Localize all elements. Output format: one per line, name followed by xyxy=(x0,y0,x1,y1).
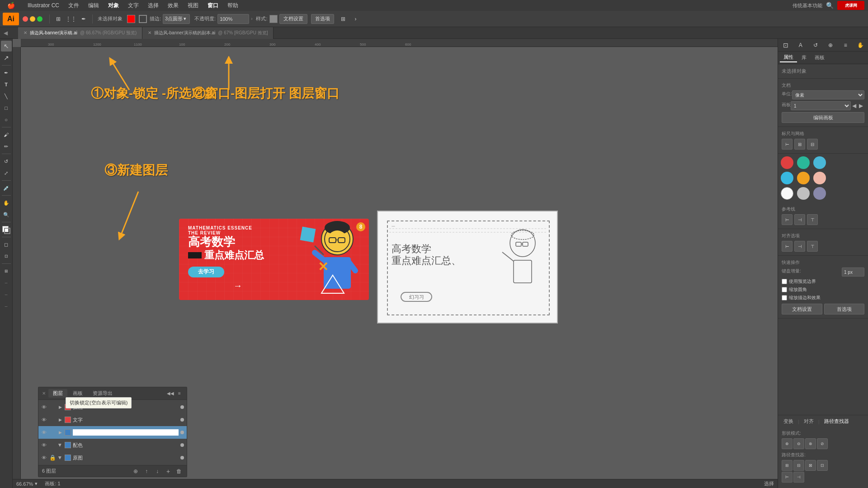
menu-view[interactable]: 视图 xyxy=(184,1,202,10)
layer-expand-editing[interactable]: ▶ xyxy=(57,430,63,435)
rpanel-scale-effects-cb[interactable] xyxy=(782,295,787,300)
arrange-icon2[interactable]: ⊞ xyxy=(338,14,349,24)
pf-divide-btn[interactable]: ⊞ xyxy=(782,460,793,471)
pf-merge-btn[interactable]: ⊠ xyxy=(805,460,816,471)
zoom-control[interactable]: 66.67% ▾ xyxy=(16,481,38,487)
pen-tool[interactable]: ✒ xyxy=(1,67,12,78)
preferences-btn[interactable]: 首选项 xyxy=(311,14,334,24)
rpanel-unit-select[interactable]: 像素 xyxy=(792,90,864,99)
hand-tool[interactable]: ✋ xyxy=(1,197,12,208)
menu-illustrator[interactable]: Illustrator CC xyxy=(24,1,63,9)
layer-lock-colors[interactable] xyxy=(49,442,56,448)
color-swatch-teal[interactable] xyxy=(797,156,810,169)
rpanel-tab-props[interactable]: 属性 xyxy=(780,53,797,62)
panel-tab-layers[interactable]: 图层 xyxy=(48,389,67,398)
rpanel-icon-2[interactable]: A xyxy=(795,40,806,51)
color-swatch-peach[interactable] xyxy=(813,172,826,184)
toolbar-pen-icon[interactable]: ✒ xyxy=(78,14,89,24)
apple-menu[interactable]: 🍎 xyxy=(4,1,19,10)
layer-expand-text[interactable]: ▶ xyxy=(57,417,63,422)
menu-effects[interactable]: 效果 xyxy=(164,1,182,10)
layer-eye-illustration[interactable]: 👁 xyxy=(40,404,47,411)
panel-tab-export[interactable]: 资源导出 xyxy=(88,389,117,398)
opacity-input[interactable] xyxy=(217,14,249,24)
layer-eye-editing[interactable]: 👁 xyxy=(40,429,47,436)
scale-tool[interactable]: ⤢ xyxy=(1,168,12,178)
menu-edit[interactable]: 编辑 xyxy=(85,1,103,10)
menu-window[interactable]: 窗口 xyxy=(204,1,222,10)
paintbrush-tool[interactable]: 🖌 xyxy=(1,129,12,140)
tools-more2[interactable]: ··· xyxy=(1,289,12,300)
maximize-btn[interactable] xyxy=(37,16,42,22)
layer-expand-illustration[interactable]: ▶ xyxy=(57,404,63,410)
color-swatch-light-gray[interactable] xyxy=(797,187,810,200)
layer-expand-colors[interactable]: ▶ xyxy=(57,442,63,448)
rpanel-edit-artboard-btn[interactable]: 编辑画板 xyxy=(782,112,864,123)
pf-outline-btn[interactable]: ⊢ xyxy=(782,472,793,483)
pf-minus-back-btn[interactable]: ⊣ xyxy=(793,472,804,483)
rpanel-round-corners-cb[interactable] xyxy=(782,287,787,292)
layer-eye-text[interactable]: 👁 xyxy=(40,416,47,423)
chevron-right-icon[interactable]: › xyxy=(350,14,361,24)
doc-settings-btn[interactable]: 文档设置 xyxy=(279,14,307,24)
rpanel-icon-1[interactable]: ⊡ xyxy=(780,40,791,51)
close-btn[interactable] xyxy=(23,16,28,22)
layer-row-editing[interactable]: 👁 ▶ xyxy=(38,426,187,439)
stroke-color-swatch[interactable] xyxy=(139,15,147,23)
align-center-h-btn[interactable]: ⊣ xyxy=(794,241,805,252)
zoom-down-icon[interactable]: ▾ xyxy=(35,481,38,487)
menu-text[interactable]: 文字 xyxy=(124,1,142,10)
color-swatch-red[interactable] xyxy=(781,156,793,169)
draw-inside[interactable]: ⊡ xyxy=(1,251,12,262)
layer-new-btn[interactable]: + xyxy=(164,467,172,475)
rect-tool[interactable]: □ xyxy=(1,103,12,113)
shape-minus-btn[interactable]: ⊖ xyxy=(793,438,804,449)
tab-file2-close[interactable]: ✕ xyxy=(148,30,151,35)
rpanel-artboard-select[interactable]: 1 xyxy=(791,101,851,110)
menu-object[interactable]: 对象 xyxy=(104,1,123,10)
select-tool[interactable]: ↖ xyxy=(1,41,12,52)
layer-lock-illustration[interactable] xyxy=(49,404,56,410)
panel-close-btn[interactable]: ✕ xyxy=(42,391,46,396)
align-right-btn[interactable]: ⊤ xyxy=(807,241,818,252)
layer-expand-original[interactable]: ▶ xyxy=(57,455,63,460)
panel-collapse-btn[interactable]: ◀◀ xyxy=(167,390,174,397)
ellipse-tool[interactable]: ○ xyxy=(1,114,12,125)
menu-help[interactable]: 帮助 xyxy=(224,1,242,10)
style-swatch[interactable] xyxy=(269,15,278,23)
align-left-btn[interactable]: ⊢ xyxy=(782,241,793,252)
shape-unite-btn[interactable]: ⊕ xyxy=(782,438,793,449)
layer-move-up-btn[interactable]: ↑ xyxy=(142,467,151,475)
rpanel-icon-5[interactable]: ≡ xyxy=(840,40,851,51)
rb-tab-align[interactable]: 对齐 xyxy=(802,417,816,426)
rpanel-artboard-prev[interactable]: ◀ xyxy=(851,103,858,109)
ruler-icon-2[interactable]: ⊞ xyxy=(794,139,805,150)
pf-crop-btn[interactable]: ⊡ xyxy=(817,460,828,471)
rpanel-preview-bounds-cb[interactable] xyxy=(782,279,787,284)
rpanel-preferences-btn[interactable]: 首选项 xyxy=(824,304,865,314)
panel-tab-artboards[interactable]: 画板 xyxy=(68,389,87,398)
layer-delete-btn[interactable]: 🗑 xyxy=(175,467,183,475)
rpanel-keyboard-input[interactable] xyxy=(842,267,864,277)
zoom-tool[interactable]: 🔍 xyxy=(1,209,12,220)
tab-close-icon[interactable]: ✕ xyxy=(24,30,27,35)
color-swatch-light-blue[interactable] xyxy=(813,156,826,169)
layer-lock-text[interactable] xyxy=(49,417,56,423)
guide-icon-1[interactable]: ⊢ xyxy=(782,214,793,225)
rpanel-artboard-next[interactable]: ▶ xyxy=(858,103,864,109)
ruler-icon-3[interactable]: ⊟ xyxy=(807,139,818,150)
tab-file2[interactable]: ✕ 插边风-banner演示稿的副本.ai @ 67% [RGB/GPU 推览] xyxy=(142,27,274,39)
rotate-tool[interactable]: ↺ xyxy=(1,156,12,167)
rpanel-tab-artboards[interactable]: 画板 xyxy=(811,53,828,62)
toolbar-arrange-icon[interactable]: ⊞ xyxy=(53,14,64,24)
layer-eye-colors[interactable]: 👁 xyxy=(40,441,47,449)
text-tool[interactable]: T xyxy=(1,79,12,90)
canvas-area[interactable]: 300 1200 1100 100 200 300 400 500 600 ①对… xyxy=(13,39,778,488)
rb-tab-transform[interactable]: 变换 xyxy=(782,417,795,426)
toolbar-grid-icon[interactable]: ⋮⋮ xyxy=(66,14,76,24)
fill-color-swatch[interactable] xyxy=(127,15,135,23)
rpanel-doc-settings-btn[interactable]: 文档设置 xyxy=(782,304,822,314)
tools-more3[interactable]: ··· xyxy=(1,301,12,312)
artboard-tool[interactable]: ⊞ xyxy=(1,266,12,277)
color-swatch-sky-blue[interactable] xyxy=(781,172,793,184)
